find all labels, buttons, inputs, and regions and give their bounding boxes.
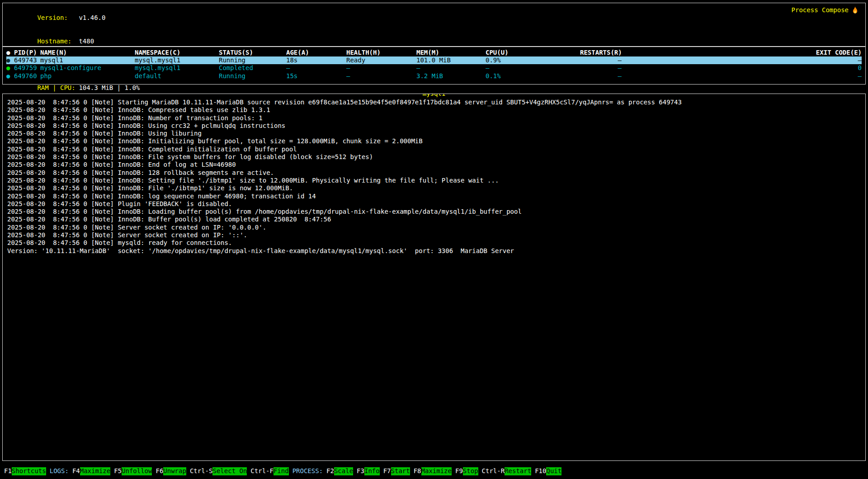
cell-mem: 3.2 MiB — [416, 72, 486, 80]
shortcut-action-label: Unwrap — [163, 467, 186, 475]
shortcut-key: F6 — [156, 467, 163, 475]
cell-health: – — [346, 72, 416, 80]
version-label: Version: — [37, 14, 79, 22]
shortcut-action-label: Stop — [463, 467, 478, 475]
shortcut-action-label: Maximize — [80, 467, 110, 475]
shortcut-section-label: PROCESS: — [292, 467, 323, 475]
header-panel: Version:v1.46.0 Hostname:t480 Processes:… — [2, 3, 866, 47]
shortcut-item[interactable]: Ctrl-RRestart — [482, 467, 532, 475]
shortcut-key: F3 — [357, 467, 364, 475]
column-header: NAMESPACE(C) — [135, 49, 219, 56]
cell-namespace: mysql.mysql1 — [135, 56, 219, 64]
shortcut-action-label: Scale — [334, 467, 353, 475]
table-row[interactable]: ● 649743 mysql1 mysql.mysql1 Running 18s… — [6, 56, 862, 64]
shortcut-key: F2 — [326, 467, 334, 475]
shortcut-item[interactable]: F7Start — [383, 467, 410, 475]
shortcut-item[interactable]: F9Stop — [455, 467, 478, 475]
status-dot-icon: ● — [6, 56, 14, 64]
cell-restarts: – — [580, 64, 622, 72]
table-header-row: ● PID(P)NAME(N)NAMESPACE(C)STATUS(S)AGE(… — [6, 49, 862, 56]
column-header: MEM(M) — [416, 49, 486, 56]
cell-namespace: default — [135, 72, 219, 80]
cell-name: mysql1 — [40, 56, 135, 64]
cell-cpu: – — [486, 64, 580, 72]
cell-age: – — [286, 64, 346, 72]
shortcut-item[interactable]: Ctrl-SSelect On — [190, 467, 247, 475]
log-line: 2025-08-20 8:47:56 0 [Note] Server socke… — [7, 224, 861, 231]
version-value: v1.46.0 — [79, 14, 105, 21]
shortcut-item[interactable]: Ctrl-FFind — [250, 467, 288, 475]
cell-health: – — [346, 64, 416, 72]
shortcut-key: Ctrl-F — [250, 467, 274, 475]
log-line: 2025-08-20 8:47:56 0 [Note] Server socke… — [7, 231, 861, 239]
cell-name: php — [40, 72, 135, 80]
column-header: HEALTH(H) — [346, 49, 416, 56]
shortcut-item[interactable]: F2Scale — [326, 467, 353, 475]
cell-age: 15s — [286, 72, 346, 80]
cell-pid: 649760 — [14, 72, 40, 80]
log-line: 2025-08-20 8:47:56 0 [Note] Plugin 'FEED… — [7, 200, 861, 208]
log-line: Version: '10.11.11-MariaDB' socket: '/ho… — [7, 247, 861, 255]
shortcut-action-label: Info — [364, 467, 380, 475]
shortcut-key: Ctrl-R — [482, 467, 505, 475]
table-row[interactable]: ● 649759 mysql1-configure mysql.mysql1 C… — [6, 64, 862, 72]
shortcut-key: F5 — [114, 467, 122, 475]
log-panel-title: mysql1 — [422, 94, 446, 98]
app-title-text: Process Compose — [792, 6, 849, 14]
log-line: 2025-08-20 8:47:56 0 [Note] InnoDB: Numb… — [7, 114, 861, 122]
log-line: 2025-08-20 8:47:56 0 [Note] InnoDB: Usin… — [7, 122, 861, 130]
process-rows: ● 649743 mysql1 mysql.mysql1 Running 18s… — [6, 56, 862, 80]
shortcut-item[interactable]: F3Info — [357, 467, 380, 475]
process-table-panel: ● PID(P)NAME(N)NAMESPACE(C)STATUS(S)AGE(… — [2, 47, 866, 85]
shortcut-item[interactable]: F10Quit — [535, 467, 561, 475]
column-header: CPU(U) — [486, 49, 580, 56]
cell-mem: – — [416, 64, 486, 72]
shortcut-action-label: Shortcuts — [12, 467, 46, 475]
ram-cpu-value: 104.3 MiB | 1.0% — [79, 84, 140, 91]
log-line: 2025-08-20 8:47:56 0 [Note] InnoDB: Buff… — [7, 216, 861, 223]
shortcut-key: F7 — [383, 467, 391, 475]
log-line: 2025-08-20 8:47:56 0 [Note] InnoDB: Comp… — [7, 106, 861, 114]
log-line: 2025-08-20 8:47:56 0 [Note] InnoDB: log … — [7, 193, 861, 200]
shortcut-item[interactable]: F4Maximize — [72, 467, 110, 475]
column-header: PID(P) — [14, 49, 40, 56]
cell-status: Completed — [219, 64, 286, 72]
fire-icon — [852, 6, 859, 14]
column-header: AGE(A) — [286, 49, 346, 56]
ram-cpu-label: RAM | CPU: — [37, 84, 79, 92]
shortcut-item[interactable]: F6Unwrap — [156, 467, 186, 475]
shortcut-bar: F1ShortcutsLOGS:F4MaximizeF5UnfollowF6Un… — [2, 466, 866, 476]
log-line: 2025-08-20 8:47:56 0 [Note] InnoDB: Init… — [7, 137, 861, 145]
shortcut-key: F8 — [414, 467, 421, 475]
status-dot-icon: ● — [6, 64, 14, 72]
shortcut-action-label: Maximize — [421, 467, 452, 475]
shortcut-key: F1 — [4, 467, 12, 475]
shortcut-key: F4 — [72, 467, 80, 475]
cell-name: mysql1-configure — [40, 64, 135, 72]
version-line: Version:v1.46.0 — [7, 6, 140, 30]
log-line: 2025-08-20 8:47:56 0 [Note] InnoDB: Load… — [7, 208, 861, 216]
cell-pid: 649743 — [14, 56, 40, 64]
hostname-value: t480 — [79, 38, 94, 45]
hostname-label: Hostname: — [37, 38, 79, 45]
log-line: 2025-08-20 8:47:56 0 [Note] InnoDB: 128 … — [7, 169, 861, 177]
log-line: 2025-08-20 8:47:56 0 [Note] mysqld: read… — [7, 239, 861, 247]
column-header: NAME(N) — [40, 49, 135, 56]
cell-pid: 649759 — [14, 64, 40, 72]
table-row[interactable]: ● 649760 php default Running 15s – 3.2 M… — [6, 72, 862, 80]
log-line: 2025-08-20 8:47:56 0 [Note] InnoDB: Usin… — [7, 130, 861, 137]
cell-exit-code: – — [622, 56, 862, 64]
column-header: STATUS(S) — [219, 49, 286, 56]
process-compose-app: Version:v1.46.0 Hostname:t480 Processes:… — [0, 0, 868, 479]
shortcut-action-label: Select On — [212, 467, 247, 475]
shortcut-action-label: Find — [274, 467, 289, 475]
cell-status: Running — [219, 72, 286, 80]
cell-cpu: 0.9% — [486, 56, 580, 64]
log-line: 2025-08-20 8:47:56 0 [Note] InnoDB: End … — [7, 161, 861, 169]
shortcut-item[interactable]: F8Maximize — [414, 467, 452, 475]
status-dot-icon: ● — [6, 72, 14, 80]
shortcut-item[interactable]: F5Unfollow — [114, 467, 152, 475]
cell-restarts: – — [580, 56, 622, 64]
column-header: EXIT CODE(E) — [622, 49, 862, 56]
shortcut-item[interactable]: F1Shortcuts — [4, 467, 46, 475]
